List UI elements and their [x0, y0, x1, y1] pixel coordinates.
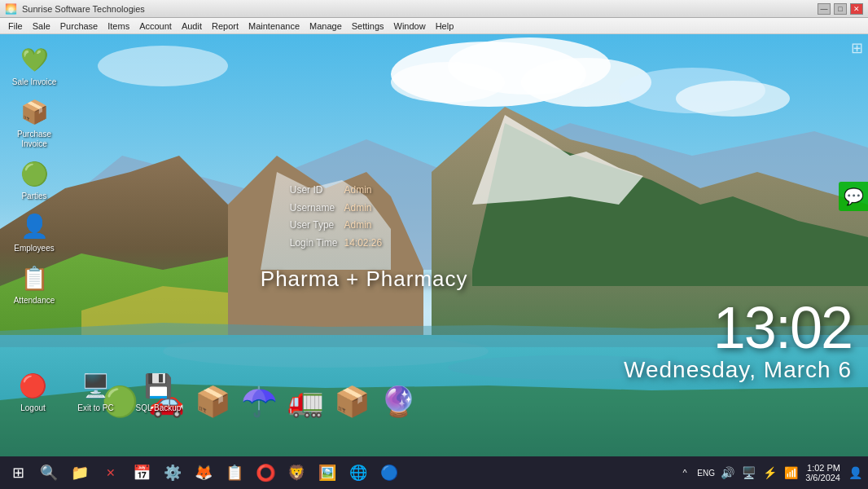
icon-sale-invoice[interactable]: 💚Sale Invoice: [7, 41, 62, 90]
crates-dock[interactable]: 📦: [330, 379, 375, 424]
title-bar-left: 🌅 Sunrise Software Technologies: [5, 3, 145, 15]
login-time-value: 14:02:26: [340, 235, 385, 253]
start-button[interactable]: ⊞: [3, 459, 33, 487]
purchase-invoice-label: Purchase Invoice: [9, 130, 59, 149]
settings-taskbar-button[interactable]: ⚙️: [158, 459, 187, 487]
menu-item-purchase[interactable]: Purchase: [55, 20, 103, 33]
search-button[interactable]: 🔍: [34, 459, 64, 487]
attendance-icon: 📋: [18, 262, 50, 294]
menu-item-report[interactable]: Report: [207, 20, 243, 33]
display-icon[interactable]: 🖥️: [739, 459, 758, 487]
exit-to-pc-icon: 🖥️: [80, 369, 112, 402]
package-dock[interactable]: 📦: [191, 379, 235, 424]
user-type-value: Admin: [340, 217, 385, 235]
menu-item-account[interactable]: Account: [134, 20, 177, 33]
photos-button[interactable]: 🖼️: [313, 459, 342, 487]
sale-invoice-label: Sale Invoice: [12, 77, 56, 87]
username-value: Admin: [340, 200, 385, 218]
menu-item-window[interactable]: Window: [389, 20, 431, 33]
icon-employees[interactable]: 👤Employees: [7, 207, 62, 256]
icon-parties[interactable]: 🟢Parties: [7, 155, 62, 204]
orb-dock[interactable]: 🔮: [376, 379, 421, 424]
menu-item-manage[interactable]: Manage: [305, 20, 347, 33]
volume-icon[interactable]: 🔊: [717, 459, 737, 487]
opera-button[interactable]: ⭕: [251, 459, 280, 487]
menu-item-help[interactable]: Help: [431, 20, 459, 33]
app-icon: 🌅: [5, 3, 17, 15]
user-id-label: User ID: [287, 182, 341, 200]
parties-label: Parties: [21, 192, 46, 201]
menu-item-sale[interactable]: Sale: [28, 20, 55, 33]
maximize-button[interactable]: □: [834, 3, 847, 15]
title-bar: 🌅 Sunrise Software Technologies — □ ✕: [0, 0, 868, 18]
purchase-invoice-icon: 📦: [18, 95, 50, 128]
icon-logout[interactable]: 🔴Logout: [7, 367, 59, 416]
brave-button[interactable]: 🦁: [282, 459, 311, 487]
taskbar-date: 3/6/2024: [805, 473, 840, 482]
left-icon-bar: 💚Sale Invoice📦Purchase Invoice🟢Parties👤E…: [7, 41, 62, 308]
menu-item-items[interactable]: Items: [103, 20, 134, 33]
title-bar-title: Sunrise Software Technologies: [22, 4, 145, 14]
icon-purchase-invoice[interactable]: 📦Purchase Invoice: [7, 93, 62, 152]
sql-backup-icon: 💾: [142, 369, 175, 402]
menu-item-maintenance[interactable]: Maintenance: [243, 20, 305, 33]
network-tray-icon[interactable]: 📶: [781, 459, 800, 487]
app13-button[interactable]: 🔵: [375, 459, 404, 487]
notification-icon[interactable]: 👤: [845, 459, 865, 487]
svg-point-4: [391, 62, 505, 103]
chat-notification-icon[interactable]: 💬: [839, 182, 868, 211]
menu-item-file[interactable]: File: [3, 20, 28, 33]
network-button[interactable]: 🌐: [344, 459, 373, 487]
calendar-button[interactable]: 📅: [127, 459, 156, 487]
user-id-value: Admin: [340, 182, 385, 200]
username-label: Username: [287, 200, 341, 218]
system-tray: ^ ENG 🔊 🖥️ ⚡ 📶: [672, 459, 804, 487]
close-taskbar-button[interactable]: ✕: [96, 459, 125, 487]
menu-item-audit[interactable]: Audit: [177, 20, 207, 33]
attendance-label: Attendance: [14, 296, 55, 306]
taskbar: ⊞ 🔍 📁 ✕ 📅 ⚙️ 🦊 📋 ⭕ 🦁 🖼️ 🌐 🔵 ^ ENG 🔊 🖥️ ⚡…: [0, 456, 868, 489]
user-type-label: User Type: [287, 217, 341, 235]
app-title: Pharma + Pharmacy: [261, 267, 468, 292]
desktop-clock: 13:02 Wednesday, March 6: [624, 298, 852, 383]
keyboard-layout-icon[interactable]: ENG: [696, 459, 716, 487]
battery-icon[interactable]: ⚡: [760, 459, 779, 487]
employees-label: Employees: [14, 244, 54, 253]
tray-expand-icon[interactable]: ^: [675, 459, 695, 487]
menu-bar: FileSalePurchaseItemsAccountAuditReportM…: [0, 18, 868, 34]
desktop: ⊞ 💬 💚Sale Invoice📦Purchase Invoice🟢Parti…: [0, 34, 868, 456]
file-explorer-button[interactable]: 📁: [65, 459, 94, 487]
sale-invoice-icon: 💚: [18, 43, 50, 76]
user-info-panel: User ID Admin Username Admin User Type A…: [287, 182, 385, 252]
icon-sql-backup[interactable]: 💾SQL Backup: [132, 367, 185, 416]
employees-icon: 👤: [18, 209, 50, 242]
sql-backup-label: SQL Backup: [136, 403, 182, 413]
svg-point-6: [676, 81, 790, 117]
svg-point-7: [98, 46, 228, 86]
icon-attendance[interactable]: 📋Attendance: [7, 259, 62, 308]
close-button[interactable]: ✕: [850, 3, 863, 15]
title-bar-controls: — □ ✕: [818, 3, 863, 15]
clock-time: 13:02: [624, 298, 852, 357]
logout-label: Logout: [20, 403, 46, 413]
logout-icon: 🔴: [17, 369, 50, 402]
grid-view-icon[interactable]: ⊞: [851, 39, 863, 57]
notes-button[interactable]: 📋: [220, 459, 249, 487]
firefox-button[interactable]: 🦊: [189, 459, 218, 487]
parties-icon: 🟢: [18, 157, 50, 190]
umbrella-dock[interactable]: ☂️: [237, 379, 282, 424]
minimize-button[interactable]: —: [818, 3, 831, 15]
icon-exit-to-pc[interactable]: 🖥️Exit to PC: [69, 367, 122, 416]
exit-to-pc-label: Exit to PC: [77, 403, 113, 413]
login-time-label: Login Time: [287, 235, 341, 253]
truck-dock[interactable]: 🚛: [283, 379, 328, 424]
taskbar-time: 1:02 PM: [805, 463, 840, 473]
menu-item-settings[interactable]: Settings: [347, 20, 389, 33]
taskbar-clock[interactable]: 1:02 PM 3/6/2024: [805, 463, 840, 482]
